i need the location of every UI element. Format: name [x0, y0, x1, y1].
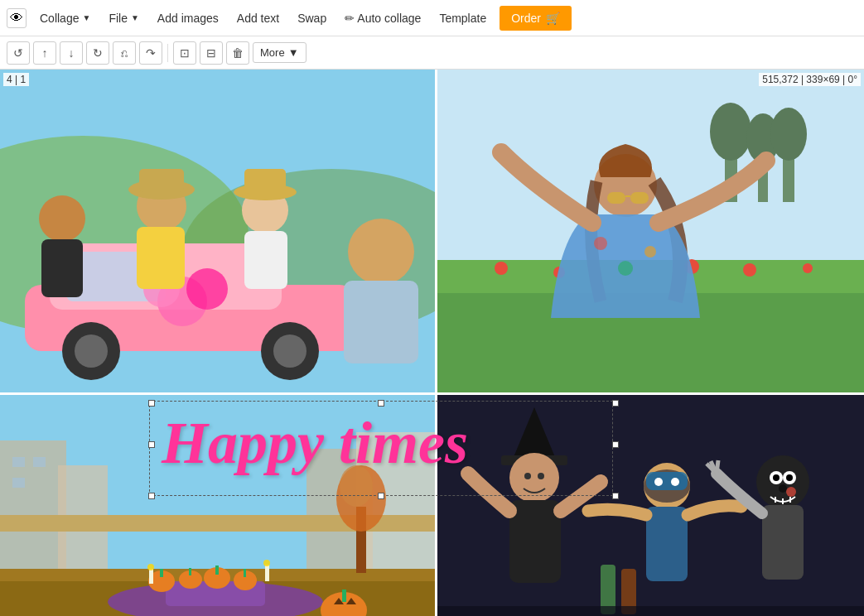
svg-point-8: [273, 334, 307, 368]
svg-rect-67: [149, 569, 153, 584]
svg-rect-75: [342, 590, 346, 602]
svg-point-106: [773, 474, 780, 481]
undo-btn-1[interactable]: ↺: [7, 41, 30, 65]
canvas-info-left: 4 | 1: [3, 73, 29, 86]
auto-collage-label: ✏ Auto collage: [345, 12, 421, 25]
swap-button[interactable]: Swap: [289, 7, 335, 30]
redo-btn[interactable]: ↷: [139, 41, 162, 65]
svg-point-45: [618, 261, 633, 276]
swap-label: Swap: [297, 12, 326, 25]
photo-grid: HALLOWEEN: [0, 70, 864, 616]
svg-rect-53: [12, 478, 25, 488]
photo-cell-1[interactable]: [0, 70, 435, 392]
text-selection-box[interactable]: [149, 401, 613, 496]
more-caret-icon: ▼: [288, 46, 299, 59]
photo-cell-2[interactable]: [435, 70, 864, 392]
svg-line-115: [717, 460, 718, 474]
handle-top-right[interactable]: [612, 400, 619, 407]
svg-rect-96: [509, 500, 561, 583]
collage-label: Collage: [40, 12, 79, 25]
svg-rect-24: [344, 281, 418, 363]
frame-btn[interactable]: ⊟: [200, 41, 223, 65]
collage-menu[interactable]: Collage ▼: [31, 7, 99, 30]
file-label: File: [109, 12, 128, 25]
delete-btn[interactable]: 🗑: [226, 41, 249, 65]
add-text-button[interactable]: Add text: [229, 7, 287, 30]
svg-rect-14: [41, 239, 83, 297]
handle-top-middle[interactable]: [378, 400, 384, 407]
svg-rect-18: [139, 169, 184, 192]
cart-icon: 🛒: [546, 12, 560, 25]
file-caret: ▼: [131, 13, 139, 22]
svg-point-23: [348, 219, 414, 285]
toolbar-separator-1: [167, 44, 168, 62]
template-label: Template: [439, 12, 486, 25]
toolbar: ↺ ↑ ↓ ↻ ⎌ ↷ ⊡ ⊟ 🗑 More ▼: [0, 36, 864, 70]
handle-bottom-right[interactable]: [612, 493, 619, 499]
svg-rect-119: [435, 606, 864, 616]
undo-btn-3[interactable]: ↓: [60, 41, 83, 65]
svg-point-27: [710, 103, 751, 161]
svg-rect-112: [762, 505, 804, 580]
add-images-button[interactable]: Add images: [149, 7, 227, 30]
svg-point-31: [770, 108, 807, 161]
svg-point-108: [779, 484, 787, 493]
template-button[interactable]: Template: [431, 7, 495, 30]
crop-btn[interactable]: ⊡: [173, 41, 196, 65]
svg-rect-69: [265, 565, 269, 581]
svg-point-34: [495, 262, 508, 275]
eye-icon: 👁: [10, 11, 23, 26]
svg-rect-60: [160, 569, 163, 577]
undo-btn-5[interactable]: ⎌: [113, 41, 136, 65]
handle-middle-left[interactable]: [148, 441, 155, 448]
svg-rect-99: [646, 472, 688, 490]
order-button[interactable]: Order 🛒: [500, 6, 572, 31]
grid-line-vertical: [435, 70, 437, 616]
order-label: Order: [511, 12, 541, 25]
svg-point-100: [654, 478, 663, 486]
undo-btn-2[interactable]: ↑: [33, 41, 56, 65]
auto-collage-button[interactable]: ✏ Auto collage: [336, 7, 429, 30]
handle-middle-right[interactable]: [612, 441, 619, 448]
svg-point-13: [39, 195, 85, 242]
svg-rect-51: [12, 457, 25, 467]
svg-rect-41: [630, 192, 649, 204]
svg-rect-102: [646, 507, 688, 581]
svg-point-70: [263, 560, 270, 566]
svg-rect-22: [244, 169, 286, 194]
svg-point-43: [594, 237, 607, 250]
svg-rect-40: [607, 192, 625, 204]
handle-bottom-left[interactable]: [148, 493, 155, 499]
collage-caret: ▼: [82, 13, 90, 22]
svg-rect-62: [189, 568, 191, 575]
svg-rect-20: [244, 231, 287, 289]
add-images-label: Add images: [157, 12, 219, 25]
handle-bottom-middle[interactable]: [378, 493, 384, 499]
canvas-info-right: 515,372 | 339×69 | 0°: [759, 73, 861, 86]
undo-btn-4[interactable]: ↻: [86, 41, 109, 65]
svg-point-101: [671, 478, 679, 486]
svg-rect-66: [244, 569, 246, 577]
svg-rect-16: [137, 227, 185, 289]
svg-point-11: [186, 268, 228, 310]
menu-bar: 👁 Collage ▼ File ▼ Add images Add text S…: [0, 0, 864, 36]
svg-point-68: [147, 564, 154, 570]
svg-point-116: [786, 487, 796, 497]
eye-button[interactable]: 👁: [7, 8, 27, 28]
more-label: More: [260, 46, 285, 59]
add-text-label: Add text: [237, 12, 279, 25]
svg-point-44: [644, 246, 656, 257]
grid-line-horizontal: [0, 392, 864, 395]
svg-point-6: [75, 334, 108, 368]
more-button[interactable]: More ▼: [253, 42, 307, 63]
svg-rect-64: [215, 565, 219, 575]
svg-point-37: [743, 263, 756, 277]
handle-top-left[interactable]: [148, 400, 155, 407]
svg-rect-52: [33, 457, 46, 467]
svg-point-107: [786, 474, 793, 481]
svg-point-38: [803, 263, 813, 273]
file-menu[interactable]: File ▼: [100, 7, 147, 30]
canvas-area: 4 | 1 515,372 | 339×69 | 0°: [0, 70, 864, 616]
